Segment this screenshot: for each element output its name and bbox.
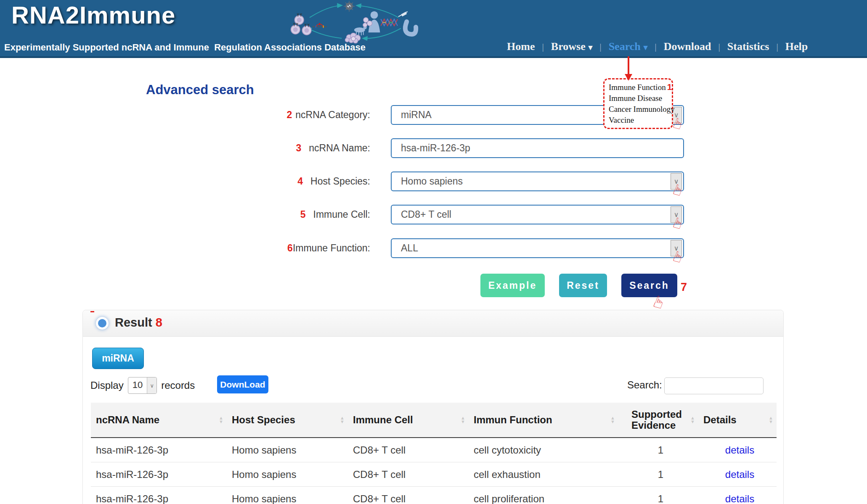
ncrna-category-value: miRNA (401, 106, 432, 124)
nav-item-home[interactable]: Home (507, 40, 535, 53)
submenu-item-vaccine[interactable]: Vaccine (609, 115, 672, 126)
field-label-immune-cell: 5Immune Cell: (219, 209, 370, 220)
hand-cursor-icon: ☞ (669, 215, 687, 232)
annotation-number-7: 7 (681, 281, 687, 294)
nav-item-download[interactable]: Download (664, 40, 711, 53)
sort-icon[interactable]: ▲▼ (340, 416, 345, 424)
immune-cell-select[interactable]: CD8+ T cell ∨ (391, 205, 684, 224)
reset-button[interactable]: Reset (559, 274, 607, 297)
field-label-ncrna-category: 2ncRNA Category: (219, 109, 370, 121)
result-radio-dot (98, 319, 106, 327)
rna-icon (313, 23, 327, 28)
host-species-value: Homo sapiens (401, 172, 463, 190)
nav-separator: | (599, 41, 601, 52)
search-annotation-arrowhead (625, 74, 632, 81)
cell-supported-evidence: 1 (618, 438, 698, 462)
virus-icon (344, 1, 355, 12)
table-search-label: Search: (627, 379, 662, 391)
column-header-details[interactable]: Details▲▼ (698, 403, 777, 438)
field-label-host-species: 4Host Species: (219, 176, 370, 187)
sort-icon[interactable]: ▲▼ (610, 416, 615, 424)
annotation-number-6: 6 (287, 243, 293, 253)
annotation-tick (90, 311, 94, 312)
annotation-number-4: 4 (297, 176, 303, 187)
chevron-down-icon: ∨ (147, 377, 156, 393)
table-row: hsa-miR-126-3p Homo sapiens CD8+ T cell … (91, 487, 777, 504)
mirna-tab[interactable]: miRNA (92, 348, 144, 369)
nav-separator: | (776, 41, 778, 52)
details-link[interactable]: details (725, 444, 754, 456)
immune-function-value: ALL (401, 239, 418, 257)
immune-cells-icon (291, 13, 311, 35)
submenu-item-immune-disease[interactable]: Immune Disease (609, 93, 672, 104)
immune-cell-value: CD8+ T cell (401, 206, 451, 224)
records-label: records (161, 380, 195, 391)
nav-separator: | (542, 41, 544, 52)
caret-down-icon: ▾ (644, 43, 648, 52)
sort-icon[interactable]: ▲▼ (690, 416, 695, 424)
field-label-ncrna-name: 3ncRNA Name: (219, 142, 370, 154)
caret-down-icon: ▾ (589, 43, 593, 52)
submenu-item-cancer-immunology[interactable]: Cancer Immunology (609, 104, 672, 115)
site-logo: RNA2Immune (11, 1, 175, 29)
main-nav: Home | Browse▾ | Search▾ | Download | St… (507, 40, 808, 53)
cell-host-species: Homo sapiens (227, 487, 348, 504)
result-header: Result8 (83, 310, 783, 337)
hand-cursor-icon: ☞ (669, 182, 687, 198)
table-row: hsa-miR-126-3p Homo sapiens CD8+ T cell … (91, 462, 777, 487)
column-header-host-species[interactable]: Host Species▲▼ (227, 403, 348, 438)
search-submenu: Immune Function1 Immune Disease Cancer I… (603, 78, 673, 129)
table-row: hsa-miR-126-3p Homo sapiens CD8+ T cell … (91, 438, 777, 462)
display-label: Display (90, 380, 124, 391)
download-button[interactable]: DownLoad (217, 375, 268, 393)
column-header-ncrna-name[interactable]: ncRNA Name▲▼ (91, 403, 227, 438)
hand-cursor-icon: ☞ (669, 248, 687, 265)
details-link[interactable]: details (725, 469, 754, 480)
cell-immune-cell: CD8+ T cell (348, 438, 469, 462)
page-size-value: 10 (128, 377, 147, 393)
nav-item-statistics[interactable]: Statistics (727, 40, 769, 53)
ncrna-name-input[interactable] (391, 138, 684, 158)
result-title: Result8 (115, 316, 162, 330)
annotation-number-8: 8 (156, 316, 162, 329)
annotation-number-3: 3 (296, 142, 301, 153)
sort-icon[interactable]: ▲▼ (769, 416, 773, 424)
annotation-number-5: 5 (300, 209, 306, 220)
cell-immun-function: cell exhaustion (469, 462, 618, 487)
submenu-item-immune-function[interactable]: Immune Function1 (609, 82, 672, 93)
header: RNA2Immune Experimentally Supported ncRN… (0, 0, 867, 58)
nav-item-search[interactable]: Search▾ (609, 40, 648, 53)
page: RNA2Immune Experimentally Supported ncRN… (0, 0, 867, 504)
sort-icon[interactable]: ▲▼ (461, 416, 465, 424)
annotation-number-1: 1 (667, 82, 672, 92)
cell-supported-evidence: 1 (618, 487, 698, 504)
cell-host-species: Homo sapiens (227, 438, 348, 462)
column-header-supported-evidence[interactable]: Supported Evidence▲▼ (618, 403, 698, 438)
nav-separator: | (655, 41, 656, 52)
result-body: miRNA Display 10 ∨ records DownLoad Sear… (83, 337, 783, 504)
cell-immune-cell: CD8+ T cell (348, 487, 469, 504)
cell-immune-cell: CD8+ T cell (348, 462, 469, 487)
cell-ncrna-name: hsa-miR-126-3p (91, 487, 227, 504)
host-species-select[interactable]: Homo sapiens ∨ (391, 172, 684, 191)
tumor-icon (345, 33, 361, 43)
nav-item-browse[interactable]: Browse▾ (551, 40, 592, 53)
example-button[interactable]: Example (480, 274, 545, 297)
cell-supported-evidence: 1 (618, 462, 698, 487)
column-header-immune-cell[interactable]: Immune Cell▲▼ (348, 403, 469, 438)
center-cells-icon (363, 18, 372, 27)
sort-icon[interactable]: ▲▼ (219, 416, 223, 424)
field-label-immune-function: 6Immune Function: (219, 243, 370, 254)
details-link[interactable]: details (725, 493, 754, 504)
immune-function-select[interactable]: ALL ∨ (391, 238, 684, 258)
vaccine-icon (398, 12, 416, 34)
search-annotation-arrow (628, 56, 629, 75)
nav-item-help[interactable]: Help (785, 40, 808, 53)
search-button[interactable]: Search (621, 274, 677, 297)
dna-icon (381, 19, 398, 26)
annotation-number-2: 2 (287, 109, 292, 120)
table-search-input[interactable] (664, 377, 764, 394)
page-size-select[interactable]: 10 ∨ (128, 377, 157, 394)
column-header-immun-function[interactable]: Immun Function▲▼ (469, 403, 618, 438)
cell-immun-function: cell proliferation (469, 487, 618, 504)
